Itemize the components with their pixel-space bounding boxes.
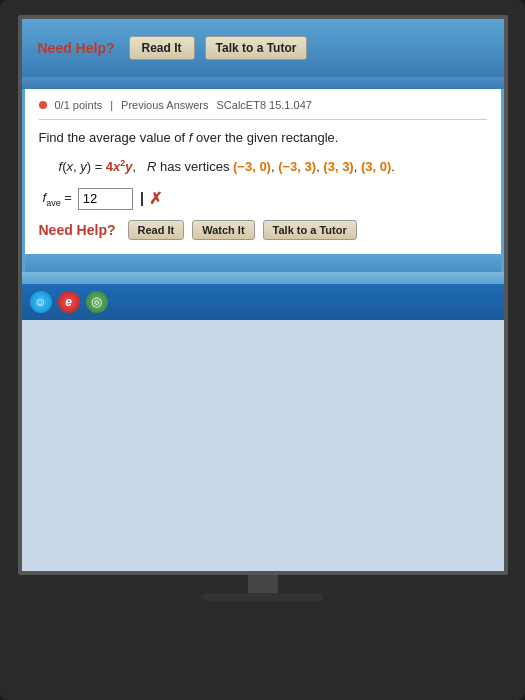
chrome-icon: ◎: [91, 294, 102, 309]
question-content-area: 0/1 points | Previous Answers SCalcET8 1…: [22, 89, 504, 254]
need-help-label-top: Need Help?: [38, 40, 115, 56]
bottom-help-row: Need Help? Read It Watch It Talk to a Tu…: [39, 220, 487, 240]
wrong-mark: ✗: [149, 189, 162, 208]
function-definition: f(x, y) = 4x2y, R has vertices (−3, 0), …: [59, 156, 487, 178]
talk-to-tutor-button-top[interactable]: Talk to a Tutor: [205, 36, 308, 60]
divider-line: [39, 119, 487, 120]
text-cursor: [141, 192, 143, 206]
points-text: 0/1 points: [55, 99, 103, 111]
lower-blue-band: [22, 254, 504, 272]
talk-to-tutor-button-bottom[interactable]: Talk to a Tutor: [263, 220, 357, 240]
need-help-label-bottom: Need Help?: [39, 222, 116, 238]
taskbar-icon-ie[interactable]: e: [58, 291, 80, 313]
start-icon: ☺: [34, 295, 46, 309]
taskbar-icon-chrome[interactable]: ◎: [86, 291, 108, 313]
answer-row: fave = ✗: [43, 188, 487, 210]
watch-it-button-bottom[interactable]: Watch It: [192, 220, 254, 240]
read-it-button-top[interactable]: Read It: [129, 36, 195, 60]
read-it-button-bottom[interactable]: Read It: [128, 220, 185, 240]
f-ave-label: fave =: [43, 190, 72, 208]
monitor-stand-neck: [248, 575, 278, 593]
ie-icon: e: [65, 295, 72, 309]
top-navigation-bar: Need Help? Read It Talk to a Tutor: [22, 19, 504, 77]
answer-input[interactable]: [78, 188, 133, 210]
monitor-stand-base: [203, 593, 323, 601]
lower-blue-band-2: [22, 272, 504, 284]
taskbar-icon-start[interactable]: ☺: [30, 291, 52, 313]
status-dot: [39, 101, 47, 109]
points-row: 0/1 points | Previous Answers SCalcET8 1…: [39, 99, 487, 111]
previous-answers-label: Previous Answers: [121, 99, 208, 111]
instruction-text: Find the average value of f over the giv…: [39, 128, 487, 148]
problem-id: SCalcET8 15.1.047: [217, 99, 312, 111]
separator: |: [110, 99, 113, 111]
taskbar: ☺ e ◎: [22, 284, 508, 320]
blue-divider-band: [22, 77, 504, 89]
